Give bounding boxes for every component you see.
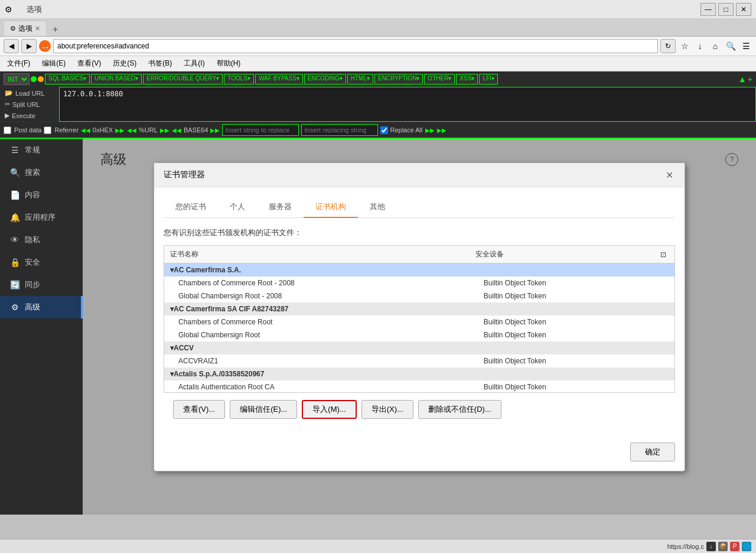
waf-bypass-btn[interactable]: WAF BYPASS▾ [255,74,303,84]
error-query-btn[interactable]: ERROR/DOUBLE QUERY▾ [143,74,223,84]
cert-child-row[interactable]: Actalis Authentication Root CABuiltin Ob… [164,380,674,392]
tab-others[interactable]: 其他 [358,197,397,218]
post-data-checkbox[interactable] [4,126,11,134]
replace-all-checkbox[interactable] [380,126,388,134]
expand-icon[interactable]: ▲ [738,74,747,84]
replace-left-arrow: ▶▶ [425,127,435,134]
referrer-label[interactable]: Referrer [44,126,78,134]
cert-child-row[interactable]: Chambers of Commerce RootBuiltin Object … [164,315,674,328]
dialog-footer: 查看(V)... 编辑信任(E)... 导入(M)... 导出(X)... 删除… [164,393,675,426]
sidebar-item-security[interactable]: 🔒 安全 [0,251,83,274]
int-select[interactable]: INT [4,73,30,85]
home-icon[interactable]: ⌂ [709,40,722,53]
browser-tab-bar: ⚙ 选项 ✕ + [0,19,756,37]
url-textarea[interactable]: 127.0.0.1:8080 [59,87,756,122]
sidebar-item-search[interactable]: 🔍 搜索 [0,161,83,184]
export-button[interactable]: 导出(X)... [361,400,413,419]
replace-with-input[interactable] [301,124,378,136]
lfi-btn[interactable]: LFI▾ [479,74,497,84]
menu-icon[interactable]: ☰ [739,40,752,53]
menu-tools[interactable]: 工具(I) [180,57,208,70]
tab-your-certs[interactable]: 您的证书 [164,197,218,218]
encryption-btn[interactable]: ENCRYPTION▾ [374,74,423,84]
base64-label: BASE64 [184,126,208,134]
edit-trust-button[interactable]: 编辑信任(E)... [230,400,297,419]
search-icon[interactable]: 🔍 [724,40,737,53]
cert-group-row[interactable]: ▾Actalis S.p.A./03358520967 [164,367,674,380]
col-resize[interactable]: ⊡ [654,246,674,264]
download-icon[interactable]: ↓ [693,40,706,53]
tab-personal[interactable]: 个人 [218,197,257,218]
menu-view[interactable]: 查看(V) [74,57,105,70]
settings-icon[interactable]: + [748,74,752,84]
replace-all-label[interactable]: Replace All [380,126,422,134]
sidebar-item-content[interactable]: 📄 内容 [0,184,83,206]
dialog-close-button[interactable]: ✕ [663,169,675,181]
cert-child-row[interactable]: Chambers of Commerce Root - 2008Builtin … [164,276,674,289]
encoding-btn[interactable]: ENCODING▾ [304,74,346,84]
sql-basics-btn[interactable]: SQL BASICS▾ [45,74,90,84]
cert-group-row[interactable]: ▾ACCV [164,341,674,354]
post-data-label[interactable]: Post data [4,126,41,134]
tab-servers[interactable]: 服务器 [257,197,304,218]
html-btn[interactable]: HTML▾ [347,74,373,84]
load-url-button[interactable]: 📂 Load URL [2,88,57,98]
forward-button[interactable]: ▶ [21,39,37,53]
dialog-overlay: 证书管理器 ✕ 您的证书 个人 服务器 证书机构 其他 您有识别这些证书颁发机构… [83,139,756,515]
back-button[interactable]: ◀ [4,39,19,53]
sidebar-item-general[interactable]: ☰ 常规 [0,139,83,161]
replace-search-input[interactable] [222,124,299,136]
dialog-confirm: 确定 [154,435,685,471]
status-p-icon: P [730,542,739,551]
import-button[interactable]: 导入(M)... [302,400,356,419]
sidebar-item-privacy-label: 隐私 [25,235,40,245]
confirm-button[interactable]: 确定 [630,443,675,461]
menu-edit[interactable]: 编辑(E) [38,57,69,70]
search-nav-icon: 🔍 [9,168,20,177]
tools-btn[interactable]: TOOLS▾ [224,74,254,84]
menu-history[interactable]: 历史(S) [109,57,140,70]
sidebar-item-sync[interactable]: 🔄 同步 [0,274,83,296]
cert-group-row[interactable]: ▾AC Camerfirma S.A. [164,264,674,277]
referrer-checkbox[interactable] [44,126,51,134]
tab-close-icon[interactable]: ✕ [35,25,40,32]
close-button[interactable]: ✕ [736,3,751,16]
maximize-button[interactable]: □ [718,3,734,16]
delete-button[interactable]: 删除或不信任(D)... [418,400,501,419]
cert-group-row[interactable]: ▾AC Camerfirma SA CIF A82743287 [164,302,674,315]
sidebar-item-apps[interactable]: 🔔 应用程序 [0,206,83,229]
sidebar-item-privacy[interactable]: 👁 隐私 [0,229,83,251]
hex-label: 0xHEX [93,126,113,134]
minimize-button[interactable]: — [700,3,716,16]
other-btn[interactable]: OTHER▾ [424,74,455,84]
window-icon: ⚙ [5,5,12,14]
cert-child-row[interactable]: ACCVRAIZ1Builtin Object Token [164,354,674,367]
split-icon: ✂ [5,100,10,108]
view-button[interactable]: 查看(V)... [173,400,225,419]
privacy-icon: 👁 [9,235,20,245]
xss-btn[interactable]: XSS▾ [456,74,478,84]
apps-icon: 🔔 [9,213,20,222]
union-based-btn[interactable]: UNION BASED▾ [91,74,142,84]
split-url-button[interactable]: ✂ Split URL [2,99,57,109]
cert-table-container: 证书名称 安全设备 ⊡ ▾AC Camerfirma S.A.Chambers … [164,245,675,393]
status-package-icon: 📦 [718,542,728,551]
cert-table-scroll[interactable]: 证书名称 安全设备 ⊡ ▾AC Camerfirma S.A.Chambers … [164,246,674,392]
browser-tab[interactable]: ⚙ 选项 ✕ [4,21,47,36]
menu-help[interactable]: 帮助(H) [213,57,245,70]
address-bar[interactable] [53,39,658,53]
cert-child-row[interactable]: Global Chambersign Root - 2008Builtin Ob… [164,289,674,302]
cert-child-row[interactable]: Global Chambersign RootBuiltin Object To… [164,328,674,341]
menu-bookmarks[interactable]: 书签(B) [145,57,175,70]
add-tab-button[interactable]: + [48,23,63,36]
bookmark-icon[interactable]: ☆ [678,40,691,53]
execute-button[interactable]: ▶ Execute [2,110,57,121]
hex-right-arrow: ▶▶ [115,127,125,134]
reload-button[interactable]: ↻ [660,39,676,53]
col-cert-name: 证书名称 [164,246,470,264]
sidebar-item-security-label: 安全 [25,257,40,268]
load-icon: 📂 [5,89,13,97]
menu-file[interactable]: 文件(F) [4,57,34,70]
sidebar-item-advanced[interactable]: ⚙ 高级 [0,296,83,318]
tab-authorities[interactable]: 证书机构 [304,197,358,218]
